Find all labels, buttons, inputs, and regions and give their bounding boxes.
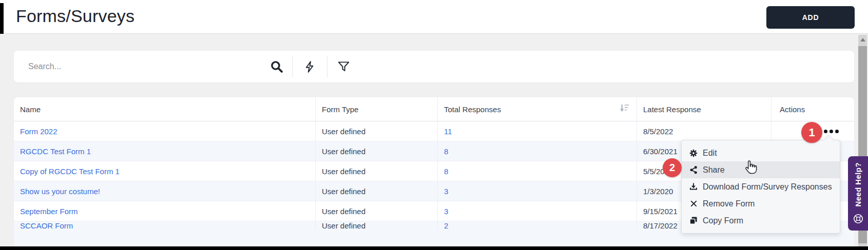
latest-response-value: 8/5/2022 <box>636 121 771 141</box>
row-actions-context-menu: Edit Share Download Form/Su <box>681 140 840 234</box>
add-button[interactable]: ADD <box>766 6 855 29</box>
forms-surveys-page: Forms/Surveys ADD Name Form Type <box>0 0 868 250</box>
form-type-value: User defined <box>315 161 437 181</box>
copy-icon <box>689 216 698 225</box>
column-header-total-responses[interactable]: Total Responses <box>437 97 636 121</box>
scrollbar-up-arrow[interactable] <box>860 38 865 41</box>
search-input[interactable] <box>21 51 262 82</box>
bolt-icon[interactable] <box>303 51 316 82</box>
menu-item-copy[interactable]: Copy Form <box>682 212 840 229</box>
toolbar-divider <box>327 56 327 77</box>
menu-item-share[interactable]: Share <box>682 161 840 178</box>
gear-icon <box>689 149 698 157</box>
form-name-link[interactable]: Form 2022 <box>20 127 57 136</box>
step-badge-1: 1 <box>801 122 822 143</box>
form-name-link[interactable]: Show us your costume! <box>20 187 100 196</box>
menu-item-download[interactable]: Download Form/Survey Responses <box>682 178 840 195</box>
form-type-value: User defined <box>315 181 437 201</box>
form-type-value: User defined <box>315 141 437 161</box>
total-responses-link[interactable]: 3 <box>444 187 448 196</box>
screenshot-border-left <box>0 3 4 34</box>
menu-item-edit[interactable]: Edit <box>682 144 840 161</box>
remove-x-icon <box>689 200 698 207</box>
menu-item-label: Remove Form <box>703 199 755 209</box>
form-name-link[interactable]: September Form <box>20 207 78 216</box>
need-help-tab[interactable]: Need Help? <box>848 156 868 231</box>
step-badge-2: 2 <box>663 158 682 177</box>
menu-item-label: Edit <box>703 149 717 158</box>
hand-cursor-icon <box>743 160 757 178</box>
table-row: Form 2022 User defined 11 8/5/2022 <box>14 121 854 141</box>
total-responses-link[interactable]: 3 <box>444 207 448 216</box>
row-actions-menu-button[interactable] <box>823 127 840 136</box>
total-responses-link[interactable]: 11 <box>444 127 452 136</box>
page-header: Forms/Surveys ADD <box>0 0 868 34</box>
form-type-value: User defined <box>315 201 437 221</box>
form-type-value: User defined <box>315 121 437 141</box>
menu-item-label: Share <box>703 165 725 175</box>
column-header-actions: Actions <box>771 97 854 121</box>
search-toolbar <box>14 51 854 82</box>
search-icon[interactable] <box>270 51 283 82</box>
table-header-row: Name Form Type Total Responses Latest Re… <box>14 97 854 121</box>
total-responses-link[interactable]: 8 <box>444 167 448 176</box>
download-icon <box>689 183 698 191</box>
share-icon <box>689 165 698 174</box>
page-title: Forms/Surveys <box>16 6 134 26</box>
sort-descending-icon[interactable] <box>619 104 630 114</box>
filter-funnel-icon[interactable] <box>337 51 350 82</box>
total-responses-link[interactable]: 2 <box>444 221 448 230</box>
form-name-link[interactable]: RGCDC Test Form 1 <box>20 147 91 156</box>
toolbar-divider <box>292 56 293 77</box>
lifebuoy-icon <box>853 213 864 226</box>
screenshot-border-bottom <box>0 246 868 250</box>
total-responses-link[interactable]: 8 <box>444 147 448 156</box>
form-name-link[interactable]: Copy of RGCDC Test Form 1 <box>20 167 120 176</box>
form-type-value: User defined <box>315 221 437 230</box>
column-header-latest-response[interactable]: Latest Response <box>636 97 771 121</box>
menu-item-remove[interactable]: Remove Form <box>682 195 840 212</box>
menu-item-label: Download Form/Survey Responses <box>703 182 832 192</box>
column-header-form-type[interactable]: Form Type <box>315 97 437 121</box>
form-name-link[interactable]: SCCAOR Form <box>20 221 73 230</box>
need-help-label: Need Help? <box>854 162 862 207</box>
column-header-name[interactable]: Name <box>14 97 315 121</box>
menu-item-label: Copy Form <box>703 216 743 225</box>
